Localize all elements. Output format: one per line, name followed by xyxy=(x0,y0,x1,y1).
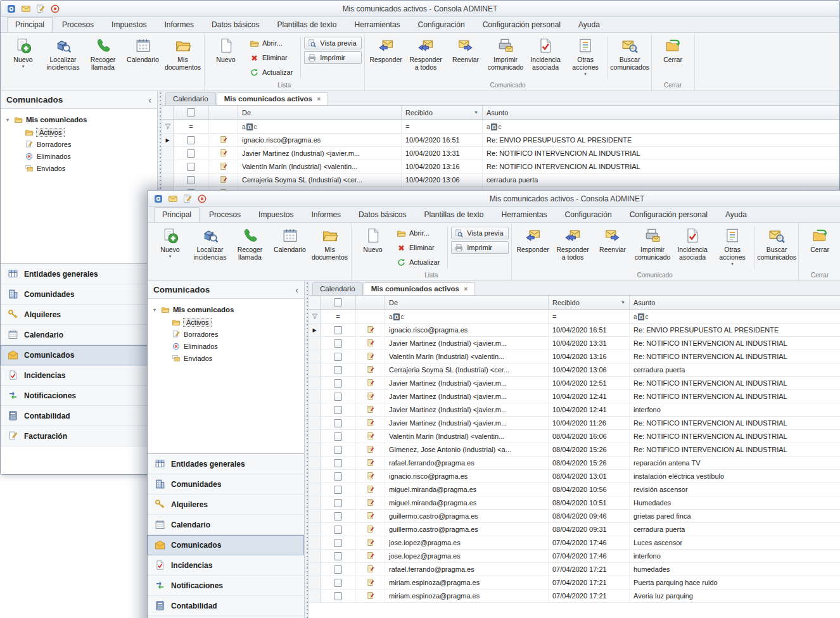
buscar-comunicados-button[interactable]: Buscar comunicados xyxy=(610,35,650,81)
tree-node-mis-comunicados[interactable]: ▾Mis comunicados xyxy=(4,113,153,126)
ribbon-tab-datos-basicos[interactable]: Datos básicos xyxy=(203,17,267,32)
ribbon-tab-ayuda[interactable]: Ayuda xyxy=(570,17,608,32)
responder-button[interactable]: Responder xyxy=(513,225,553,271)
ribbon-tab-procesos[interactable]: Procesos xyxy=(201,207,249,222)
nav-item-facturacion[interactable]: Facturación xyxy=(1,426,157,446)
table-row[interactable]: miguel.miranda@pragma.es08/04/2020 10:51… xyxy=(309,496,840,510)
actualizar-button[interactable]: Actualizar xyxy=(247,66,297,79)
tree-item-borradores[interactable]: Borradores xyxy=(172,328,300,340)
calendario-button[interactable]: Calendario xyxy=(123,35,163,81)
imprimir-button[interactable]: Imprimir xyxy=(304,51,361,64)
calendario-button[interactable]: Calendario xyxy=(270,225,310,271)
recoger-llamada-button[interactable]: Recoger llamada xyxy=(83,35,123,81)
ribbon-tab-herramientas[interactable]: Herramientas xyxy=(493,207,556,222)
tree-node-mis-comunicados[interactable]: ▾Mis comunicados xyxy=(151,303,300,316)
nav-item-alquileres[interactable]: Alquileres xyxy=(148,495,304,515)
ribbon-tab-informes[interactable]: Informes xyxy=(303,207,349,222)
row-checkbox[interactable] xyxy=(334,406,342,414)
tree-item-eliminados[interactable]: Eliminados xyxy=(172,340,300,352)
doc-tab-calendario[interactable]: Calendario xyxy=(165,92,216,105)
imprimir-comunicado-button[interactable]: Imprimir comunicado xyxy=(486,35,526,81)
row-checkbox[interactable] xyxy=(334,339,342,348)
row-checkbox[interactable] xyxy=(187,176,195,184)
row-checkbox[interactable] xyxy=(334,539,342,547)
filter-cell-de[interactable]: aBc xyxy=(385,310,549,323)
table-row[interactable]: guillermo.castro@pragma.es08/04/2020 09:… xyxy=(309,510,840,523)
nav-item-notificaciones[interactable]: Notificaciones xyxy=(1,386,157,406)
column-header-asunto[interactable]: Asunto xyxy=(630,296,840,309)
nuevo-button[interactable]: Nuevo xyxy=(353,225,393,271)
ribbon-tab-informes[interactable]: Informes xyxy=(156,17,202,32)
column-header-recibido[interactable]: Recibido▼ xyxy=(549,296,630,309)
ribbon-tab-configuracion-personal[interactable]: Configuración personal xyxy=(474,17,569,32)
filter-cell-asunto[interactable]: aBc xyxy=(483,120,839,133)
nav-item-contabilidad[interactable]: Contabilidad xyxy=(1,406,157,426)
nav-item-notificaciones[interactable]: Notificaciones xyxy=(148,576,304,596)
column-header-de[interactable]: De xyxy=(238,106,402,119)
row-checkbox[interactable] xyxy=(334,459,342,467)
column-header-recibido[interactable]: Recibido▼ xyxy=(402,106,483,119)
row-checkbox[interactable] xyxy=(334,419,342,427)
mail-icon[interactable] xyxy=(168,194,178,204)
table-row[interactable]: Cerrajeria Soyma SL (Industrial) <cer...… xyxy=(309,363,840,377)
recoger-llamada-button[interactable]: Recoger llamada xyxy=(230,225,270,271)
ribbon-tab-procesos[interactable]: Procesos xyxy=(54,17,102,32)
nav-item-alquileres[interactable]: Alquileres xyxy=(1,305,157,325)
otras-acciones-button[interactable]: Otras acciones▾ xyxy=(566,35,606,81)
ribbon-tab-impuestos[interactable]: Impuestos xyxy=(103,17,155,32)
ribbon-tab-herramientas[interactable]: Herramientas xyxy=(347,17,409,32)
expander-icon[interactable]: ▾ xyxy=(151,307,158,313)
nuevo-button[interactable]: Nuevo▾ xyxy=(150,225,190,271)
filter-cell-recibido[interactable]: = xyxy=(549,310,630,323)
row-checkbox[interactable] xyxy=(187,149,195,158)
row-checkbox[interactable] xyxy=(334,393,342,401)
close-tab-icon[interactable]: × xyxy=(317,96,321,103)
table-row[interactable]: ▶ignacio.risco@pragma.es10/04/2020 16:51… xyxy=(162,134,839,147)
nav-item-calendario[interactable]: Calendario xyxy=(148,515,304,535)
collapse-panel-icon[interactable]: ‹ xyxy=(148,96,151,104)
broadcast-icon[interactable] xyxy=(50,4,60,14)
column-header-de[interactable]: De xyxy=(385,296,549,309)
doc-tab-mis-comunicados-activos[interactable]: Mis comunicados activos× xyxy=(217,92,329,105)
nav-item-comunidades[interactable]: Comunidades xyxy=(1,284,157,305)
nav-item-calendario[interactable]: Calendario xyxy=(1,325,157,345)
incidencia-asociada-button[interactable]: Incidencia asociada xyxy=(673,225,713,271)
app-icon[interactable] xyxy=(153,194,163,204)
localizar-incidencias-button[interactable]: Localizar incidencias xyxy=(43,35,83,81)
ribbon-tab-configuracion[interactable]: Configuración xyxy=(557,207,620,222)
nav-item-incidencias[interactable]: Incidencias xyxy=(148,555,304,576)
table-row[interactable]: rafael.ferrando@pragma.es08/04/2020 15:2… xyxy=(309,457,840,470)
table-row[interactable]: Javier Martinez (Industrial) <javier.m..… xyxy=(309,417,840,430)
note-icon[interactable] xyxy=(182,194,193,204)
imprimir-button[interactable]: Imprimir xyxy=(451,241,508,254)
table-row[interactable]: ignacio.risco@pragma.es08/04/2020 13:01i… xyxy=(309,470,840,483)
ribbon-tab-configuracion[interactable]: Configuración xyxy=(410,17,473,32)
table-row[interactable]: Javier Martinez (Industrial) <javier.m..… xyxy=(309,390,840,403)
vista-previa-button[interactable]: Vista previa xyxy=(451,227,508,239)
ribbon-tab-principal[interactable]: Principal xyxy=(154,207,200,222)
table-row[interactable]: guillermo.castro@pragma.es08/04/2020 09:… xyxy=(309,523,840,536)
panel-splitter[interactable] xyxy=(305,281,309,618)
note-icon[interactable] xyxy=(35,4,46,14)
row-checkbox[interactable] xyxy=(334,565,342,574)
row-checkbox[interactable] xyxy=(334,366,342,374)
row-checkbox[interactable] xyxy=(334,526,342,534)
incidencia-asociada-button[interactable]: Incidencia asociada xyxy=(526,35,566,81)
abrir-button[interactable]: Abrir... xyxy=(247,37,297,49)
row-checkbox[interactable] xyxy=(334,552,342,560)
table-row[interactable]: Javier Martinez (Industrial) <javier.m..… xyxy=(162,147,839,160)
reenviar-button[interactable]: Reenviar xyxy=(446,35,486,81)
row-checkbox[interactable] xyxy=(334,579,342,587)
titlebar[interactable]: Mis comunicados activos - Consola ADMINE… xyxy=(1,1,839,17)
table-row[interactable]: jose.lopez@pragma.es07/04/2020 17:46inte… xyxy=(309,550,840,563)
doc-tab-calendario[interactable]: Calendario xyxy=(312,282,363,295)
row-checkbox[interactable] xyxy=(334,379,342,388)
cerrar-button[interactable]: Cerrar xyxy=(800,225,840,271)
table-row[interactable]: Javier Martinez (Industrial) <javier.m..… xyxy=(309,403,840,417)
doc-tab-mis-comunicados-activos[interactable]: Mis comunicados activos× xyxy=(364,282,476,295)
localizar-incidencias-button[interactable]: Localizar incidencias xyxy=(190,225,230,271)
filter-cell-asunto[interactable]: aBc xyxy=(630,310,840,323)
tree-item-enviados[interactable]: Enviados xyxy=(25,162,153,174)
column-header-asunto[interactable]: Asunto xyxy=(483,106,839,119)
table-row[interactable]: rafael.ferrando@pragma.es07/04/2020 17:2… xyxy=(309,563,840,576)
